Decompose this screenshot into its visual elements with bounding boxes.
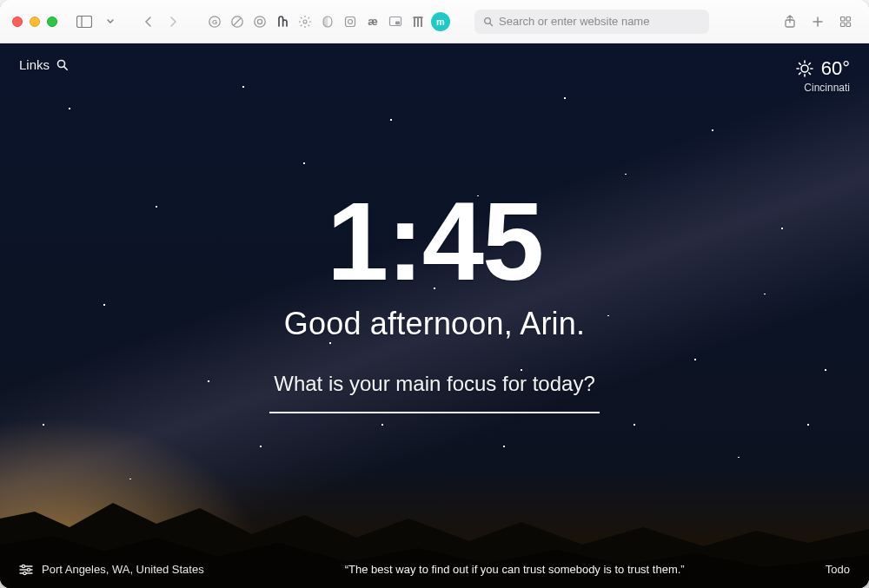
address-bar[interactable]: Search or enter website name	[474, 10, 709, 34]
greeting-text: Good afternoon, Arin.	[0, 306, 869, 342]
svg-point-7	[257, 19, 262, 23]
svg-line-24	[64, 66, 68, 69]
svg-rect-20	[846, 17, 851, 21]
extension-icon[interactable]	[341, 12, 360, 31]
links-button[interactable]: Links	[19, 57, 69, 72]
nav-forward-button[interactable]	[162, 11, 184, 32]
svg-point-30	[27, 568, 30, 571]
extension-icon[interactable]	[295, 12, 315, 31]
svg-point-31	[23, 571, 26, 574]
search-icon	[56, 59, 69, 71]
svg-rect-0	[77, 16, 92, 27]
sidebar-toggle-button[interactable]	[73, 11, 96, 32]
svg-point-10	[348, 19, 353, 23]
window-controls	[12, 17, 57, 27]
svg-point-29	[22, 565, 24, 567]
browser-toolbar: G æ m Search or enter website name	[0, 0, 869, 43]
settings-sliders-icon[interactable]	[19, 564, 33, 576]
focus-input[interactable]	[269, 412, 600, 413]
extension-honey-icon[interactable]	[273, 12, 292, 31]
todo-button[interactable]: Todo	[826, 563, 850, 576]
svg-point-6	[255, 16, 265, 26]
window-close-button[interactable]	[12, 17, 23, 27]
extensions-row: G æ m	[205, 12, 450, 31]
new-tab-dashboard: Links 60° Cincinnati 1:45 Good afternoon…	[0, 43, 869, 588]
svg-rect-15	[421, 18, 422, 27]
search-icon	[483, 17, 494, 27]
extension-pip-icon[interactable]	[386, 12, 405, 31]
svg-rect-13	[414, 18, 415, 27]
svg-line-17	[490, 23, 493, 25]
photo-location-text: Port Angeles, WA, United States	[42, 563, 204, 576]
new-tab-button[interactable]	[806, 11, 829, 32]
sun-icon	[795, 59, 814, 78]
svg-rect-14	[417, 18, 419, 27]
photo-location[interactable]: Port Angeles, WA, United States	[19, 563, 204, 576]
svg-rect-19	[841, 17, 846, 21]
focus-prompt: What is your main focus for today?	[0, 372, 869, 396]
svg-rect-22	[846, 23, 851, 27]
share-button[interactable]	[779, 11, 801, 32]
tab-overview-button[interactable]	[834, 11, 857, 32]
sidebar-menu-chevron-icon[interactable]	[104, 11, 116, 32]
svg-point-25	[801, 65, 808, 72]
weather-temp: 60°	[821, 57, 850, 80]
weather-widget[interactable]: 60° Cincinnati	[795, 57, 850, 94]
links-label: Links	[19, 57, 50, 72]
daily-quote[interactable]: “The best way to find out if you can tru…	[204, 563, 826, 576]
svg-line-5	[234, 18, 241, 25]
extension-icon[interactable]	[318, 12, 337, 31]
svg-rect-21	[841, 23, 846, 27]
nav-back-button[interactable]	[137, 11, 160, 32]
clock-time: 1:45	[0, 186, 869, 297]
extension-icon[interactable]	[250, 12, 269, 31]
weather-city: Cincinnati	[795, 82, 850, 94]
browser-window: G æ m Search or enter website name	[0, 0, 869, 588]
extension-icon[interactable]: æ	[363, 12, 382, 31]
svg-rect-9	[346, 17, 355, 26]
extension-icon[interactable]: G	[205, 12, 224, 31]
svg-point-8	[303, 20, 307, 23]
window-minimize-button[interactable]	[30, 17, 40, 27]
address-placeholder: Search or enter website name	[499, 15, 649, 28]
window-zoom-button[interactable]	[47, 17, 57, 27]
svg-rect-12	[395, 21, 400, 24]
extension-icon[interactable]	[408, 12, 428, 31]
extension-momentum-icon[interactable]: m	[431, 12, 450, 31]
extension-icon[interactable]	[228, 12, 247, 31]
svg-text:G: G	[212, 18, 217, 26]
